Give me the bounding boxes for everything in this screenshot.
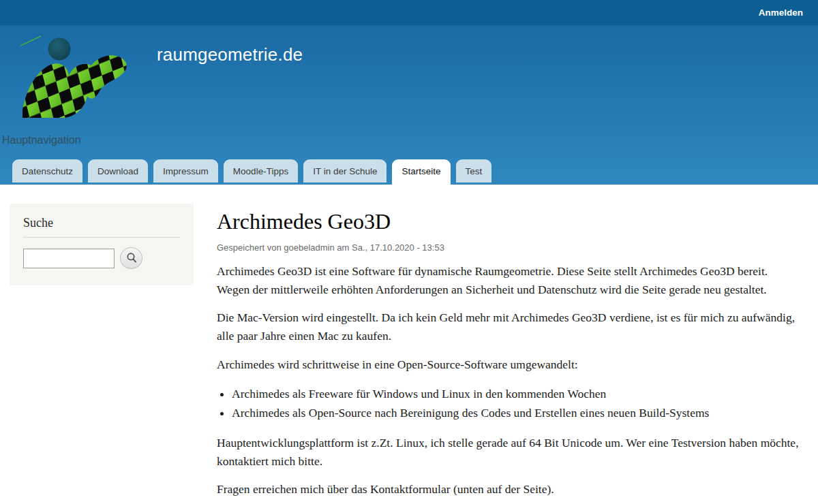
site-logo[interactable] [20, 33, 131, 119]
article-paragraph: Archimedes wird schrittweise in eine Ope… [217, 356, 803, 374]
search-input[interactable] [23, 249, 115, 268]
site-header: raumgeometrie.de Hauptnavigation Datensc… [0, 25, 818, 185]
search-block: Suche [10, 204, 194, 285]
list-item: Archimedes als Freeware für Windows und … [232, 386, 803, 403]
logo-image [20, 33, 131, 119]
main-navigation-label: Hauptnavigation [2, 134, 81, 146]
article-paragraph: Die Mac-Version wird eingestellt. Da ich… [217, 309, 803, 345]
tab-impressum[interactable]: Impressum [153, 159, 218, 183]
content-layout: Suche Archimedes Geo3D Gespeichert von g… [0, 185, 818, 504]
article-paragraph: Fragen erreichen mich über das Kontaktfo… [217, 480, 803, 499]
tab-download[interactable]: Download [88, 159, 148, 183]
tab-startseite[interactable]: Startseite [392, 159, 450, 185]
article-paragraph: Hauptentwicklungsplattform ist z.Zt. Lin… [217, 434, 803, 471]
secondary-menu-bar: Anmelden [0, 0, 818, 25]
list-item: Archimedes als Open-Source nach Bereinig… [232, 405, 803, 422]
article-paragraph: Archimedes Geo3D ist eine Software für d… [217, 262, 803, 299]
topbar-login-link[interactable]: Anmelden [759, 7, 803, 18]
main-content: Archimedes Geo3D Gespeichert von goebela… [217, 202, 803, 504]
tab-test[interactable]: Test [456, 159, 492, 183]
main-menu: Datenschutz Download Impressum Moodle-Ti… [12, 159, 491, 185]
article-byline: Gespeichert von goebeladmin am Sa., 17.1… [217, 242, 803, 253]
tab-moodle-tipps[interactable]: Moodle-Tipps [224, 159, 298, 183]
magnifier-icon [125, 252, 138, 264]
search-button[interactable] [120, 247, 142, 269]
search-block-title: Suche [23, 216, 180, 238]
article-title: Archimedes Geo3D [217, 209, 803, 234]
article-list: Archimedes als Freeware für Windows und … [232, 386, 803, 422]
sidebar: Suche [10, 204, 194, 285]
tab-datenschutz[interactable]: Datenschutz [12, 159, 82, 183]
tab-it-in-der-schule[interactable]: IT in der Schule [303, 159, 387, 183]
site-name-link[interactable]: raumgeometrie.de [157, 44, 303, 65]
